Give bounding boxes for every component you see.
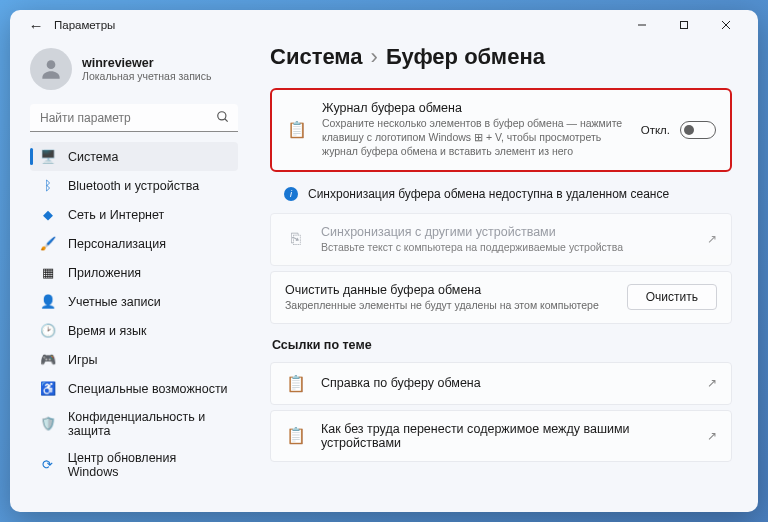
links-heading: Ссылки по теме — [272, 338, 730, 352]
nav: 🖥️Система ᛒBluetooth и устройства ◆Сеть … — [30, 142, 242, 504]
window-title: Параметры — [54, 19, 115, 31]
user-sub: Локальная учетная запись — [82, 70, 211, 82]
sync-icon: ⎘ — [285, 230, 307, 248]
svg-point-4 — [47, 60, 56, 69]
person-icon: 👤 — [40, 294, 56, 310]
search-wrap — [30, 104, 238, 132]
chevron-right-icon: › — [371, 44, 378, 70]
sidebar-item-accounts[interactable]: 👤Учетные записи — [30, 287, 238, 316]
close-button[interactable] — [706, 13, 746, 37]
crumb-system[interactable]: Система — [270, 44, 363, 70]
history-toggle-wrap: Откл. — [641, 121, 716, 139]
maximize-button[interactable] — [664, 13, 704, 37]
sync-unavailable-info: i Синхронизация буфера обмена недоступна… — [270, 177, 732, 213]
info-icon: i — [284, 187, 298, 201]
clear-card: Очистить данные буфера обмена Закрепленн… — [270, 271, 732, 324]
sidebar-item-gaming[interactable]: 🎮Игры — [30, 345, 238, 374]
accessibility-icon: ♿ — [40, 381, 56, 397]
minimize-button[interactable] — [622, 13, 662, 37]
avatar — [30, 48, 72, 90]
history-sub: Сохраните несколько элементов в буфер об… — [322, 116, 627, 159]
svg-rect-1 — [681, 22, 688, 29]
content: winreviewer Локальная учетная запись 🖥️С… — [10, 40, 758, 512]
bluetooth-icon: ᛒ — [40, 178, 56, 194]
sidebar-item-network[interactable]: ◆Сеть и Интернет — [30, 200, 238, 229]
history-title: Журнал буфера обмена — [322, 101, 627, 115]
sync-title: Синхронизация с другими устройствами — [321, 225, 693, 239]
clear-button[interactable]: Очистить — [627, 284, 717, 310]
network-icon: ◆ — [40, 207, 56, 223]
apps-icon: ▦ — [40, 265, 56, 281]
brush-icon: 🖌️ — [40, 236, 56, 252]
crumb-clipboard: Буфер обмена — [386, 44, 545, 70]
sidebar-item-bluetooth[interactable]: ᛒBluetooth и устройства — [30, 171, 238, 200]
settings-window: ← Параметры winreviewer Локальная учетна… — [10, 10, 758, 512]
window-controls — [622, 13, 746, 37]
shield-icon: 🛡️ — [40, 416, 56, 432]
gamepad-icon: 🎮 — [40, 352, 56, 368]
sidebar-item-privacy[interactable]: 🛡️Конфиденциальность и защита — [30, 403, 238, 444]
share-link-card[interactable]: 📋 Как без труда перенести содержимое меж… — [270, 410, 732, 462]
breadcrumb: Система › Буфер обмена — [270, 44, 732, 70]
back-button[interactable]: ← — [22, 11, 50, 39]
sync-sub: Вставьте текст с компьютера на поддержив… — [321, 240, 693, 254]
toggle-state: Откл. — [641, 124, 670, 136]
user-name: winreviewer — [82, 56, 211, 70]
sidebar-item-accessibility[interactable]: ♿Специальные возможности — [30, 374, 238, 403]
external-link-icon: ↗ — [707, 376, 717, 390]
main: Система › Буфер обмена 📋 Журнал буфера о… — [250, 40, 758, 512]
clear-sub: Закрепленные элементы не будут удалены н… — [285, 298, 613, 312]
history-toggle[interactable] — [680, 121, 716, 139]
external-link-icon: ↗ — [707, 429, 717, 443]
search-input[interactable] — [30, 104, 238, 132]
clear-title: Очистить данные буфера обмена — [285, 283, 613, 297]
sync-card[interactable]: ⎘ Синхронизация с другими устройствами В… — [270, 213, 732, 266]
system-icon: 🖥️ — [40, 149, 56, 165]
clipboard-icon: 📋 — [286, 120, 308, 139]
clipboard-icon: 📋 — [285, 426, 307, 445]
svg-line-6 — [225, 119, 228, 122]
clipboard-history-card: 📋 Журнал буфера обмена Сохраните несколь… — [270, 88, 732, 172]
sidebar: winreviewer Локальная учетная запись 🖥️С… — [10, 40, 250, 512]
external-link-icon: ↗ — [707, 232, 717, 246]
sidebar-item-update[interactable]: ⟳Центр обновления Windows — [30, 444, 238, 485]
sidebar-item-system[interactable]: 🖥️Система — [30, 142, 238, 171]
clock-icon: 🕑 — [40, 323, 56, 339]
help-link-card[interactable]: 📋 Справка по буферу обмена ↗ — [270, 362, 732, 405]
titlebar: ← Параметры — [10, 10, 758, 40]
svg-point-5 — [218, 112, 226, 120]
update-icon: ⟳ — [40, 457, 56, 473]
sidebar-item-personalization[interactable]: 🖌️Персонализация — [30, 229, 238, 258]
sidebar-item-time[interactable]: 🕑Время и язык — [30, 316, 238, 345]
account-row[interactable]: winreviewer Локальная учетная запись — [30, 44, 242, 100]
search-icon — [216, 110, 230, 127]
sidebar-item-apps[interactable]: ▦Приложения — [30, 258, 238, 287]
clipboard-icon: 📋 — [285, 374, 307, 393]
